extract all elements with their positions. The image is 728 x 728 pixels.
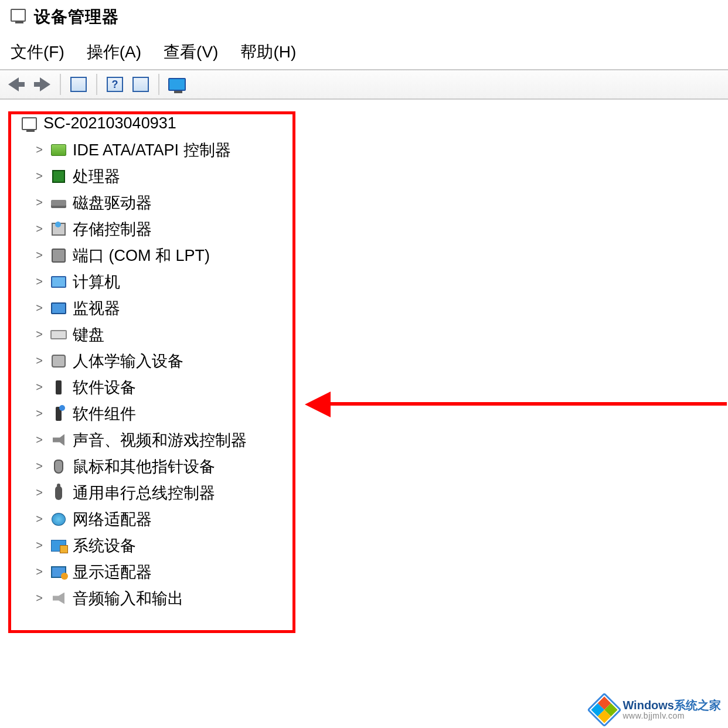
expand-icon[interactable]: > bbox=[34, 224, 45, 234]
tree-item-label: 音频输入和输出 bbox=[73, 588, 183, 609]
computer-icon bbox=[21, 117, 38, 131]
expand-icon[interactable]: > bbox=[34, 435, 45, 445]
expand-icon[interactable]: > bbox=[34, 145, 45, 155]
expand-icon[interactable]: > bbox=[34, 488, 45, 498]
expand-icon[interactable]: > bbox=[34, 461, 45, 472]
tree-item[interactable]: >显示适配器 bbox=[34, 559, 728, 585]
category-icon bbox=[50, 301, 67, 315]
tree-item[interactable]: >IDE ATA/ATAPI 控制器 bbox=[34, 137, 728, 163]
expand-icon[interactable]: > bbox=[34, 171, 45, 182]
tree-item[interactable]: >端口 (COM 和 LPT) bbox=[34, 242, 728, 268]
tree-item[interactable]: >网络适配器 bbox=[34, 506, 728, 532]
category-icon bbox=[50, 196, 67, 210]
window-title: 设备管理器 bbox=[34, 6, 119, 28]
expand-icon[interactable]: > bbox=[34, 409, 45, 419]
menu-file[interactable]: 文件(F) bbox=[11, 41, 64, 63]
tree-item-label: 显示适配器 bbox=[73, 562, 152, 583]
category-icon bbox=[50, 328, 67, 342]
tree-item[interactable]: >系统设备 bbox=[34, 532, 728, 559]
expand-icon[interactable]: > bbox=[34, 514, 45, 525]
watermark-url: www.bjjmlv.com bbox=[622, 712, 721, 720]
nav-forward-button[interactable] bbox=[30, 74, 54, 95]
tree-item[interactable]: >存储控制器 bbox=[34, 216, 728, 242]
category-icon bbox=[50, 380, 67, 394]
show-hide-tree-button[interactable] bbox=[67, 74, 90, 95]
properties-icon bbox=[132, 77, 149, 92]
category-icon bbox=[50, 539, 67, 553]
device-tree: SC-202103040931 >IDE ATA/ATAPI 控制器>处理器>磁… bbox=[0, 103, 728, 611]
toolbar-separator bbox=[96, 74, 97, 95]
scan-hardware-button[interactable] bbox=[165, 74, 189, 95]
expand-icon[interactable]: > bbox=[34, 382, 45, 393]
app-icon bbox=[11, 9, 27, 25]
category-icon bbox=[50, 512, 67, 526]
watermark: Windows系统之家 www.bjjmlv.com bbox=[592, 698, 721, 722]
tree-item-label: 人体学输入设备 bbox=[73, 351, 183, 372]
toolbar-separator bbox=[158, 74, 159, 95]
category-icon bbox=[50, 169, 67, 183]
tree-item-label: 鼠标和其他指针设备 bbox=[73, 456, 215, 477]
arrow-right-icon bbox=[40, 77, 50, 91]
category-icon bbox=[50, 433, 67, 447]
menu-action[interactable]: 操作(A) bbox=[87, 41, 141, 63]
tree-item-label: 计算机 bbox=[73, 271, 120, 292]
expand-icon[interactable]: > bbox=[34, 250, 45, 261]
expand-icon[interactable]: > bbox=[34, 593, 45, 604]
menu-help[interactable]: 帮助(H) bbox=[240, 41, 296, 63]
tree-item[interactable]: >软件设备 bbox=[34, 374, 728, 400]
tree-item-label: 处理器 bbox=[73, 166, 120, 187]
watermark-brand: Windows系统之家 bbox=[622, 699, 721, 712]
tree-item-label: 键盘 bbox=[73, 324, 104, 345]
help-button[interactable] bbox=[103, 74, 127, 95]
tree-item-label: 监视器 bbox=[73, 298, 120, 319]
category-icon bbox=[50, 591, 67, 605]
root-label: SC-202103040931 bbox=[43, 114, 176, 132]
tree-item-label: 存储控制器 bbox=[73, 219, 152, 240]
properties-button[interactable] bbox=[129, 74, 152, 95]
category-icon bbox=[50, 354, 67, 368]
toolbar-separator bbox=[60, 74, 61, 95]
tree-item-label: 通用串行总线控制器 bbox=[73, 482, 215, 504]
tree-item[interactable]: >键盘 bbox=[34, 321, 728, 348]
category-icon bbox=[50, 486, 67, 500]
tree-item-label: 声音、视频和游戏控制器 bbox=[73, 430, 247, 451]
expand-icon[interactable]: > bbox=[34, 540, 45, 551]
tree-item[interactable]: >监视器 bbox=[34, 295, 728, 321]
monitor-icon bbox=[168, 78, 186, 91]
expand-icon[interactable]: > bbox=[34, 329, 45, 340]
help-icon bbox=[107, 77, 123, 92]
category-icon bbox=[50, 275, 67, 289]
expand-icon[interactable]: > bbox=[34, 303, 45, 314]
toolbar bbox=[0, 69, 728, 100]
panel-icon bbox=[70, 77, 87, 92]
tree-item[interactable]: >计算机 bbox=[34, 268, 728, 295]
tree-item[interactable]: >磁盘驱动器 bbox=[34, 189, 728, 216]
tree-item-label: 软件组件 bbox=[73, 403, 136, 424]
expand-icon[interactable]: > bbox=[34, 277, 45, 287]
nav-back-button[interactable] bbox=[5, 74, 28, 95]
tree-item[interactable]: >人体学输入设备 bbox=[34, 348, 728, 374]
arrow-left-icon bbox=[8, 77, 19, 91]
menu-view[interactable]: 查看(V) bbox=[164, 41, 218, 63]
category-icon bbox=[50, 460, 67, 474]
tree-item[interactable]: >鼠标和其他指针设备 bbox=[34, 453, 728, 479]
category-icon bbox=[50, 249, 67, 263]
menubar: 文件(F) 操作(A) 查看(V) 帮助(H) bbox=[0, 33, 728, 69]
expand-icon[interactable]: > bbox=[34, 567, 45, 577]
content-area: SC-202103040931 >IDE ATA/ATAPI 控制器>处理器>磁… bbox=[0, 100, 728, 611]
category-icon bbox=[50, 565, 67, 579]
tree-item-label: 系统设备 bbox=[73, 535, 136, 556]
tree-item-label: 软件设备 bbox=[73, 377, 136, 398]
tree-item[interactable]: >软件组件 bbox=[34, 400, 728, 427]
tree-item[interactable]: >通用串行总线控制器 bbox=[34, 479, 728, 506]
category-icon bbox=[50, 407, 67, 421]
category-icon bbox=[50, 143, 67, 157]
tree-item[interactable]: >音频输入和输出 bbox=[34, 585, 728, 611]
tree-item[interactable]: >处理器 bbox=[34, 163, 728, 189]
tree-root[interactable]: SC-202103040931 bbox=[21, 110, 728, 137]
expand-icon[interactable]: > bbox=[34, 356, 45, 366]
tree-item[interactable]: >声音、视频和游戏控制器 bbox=[34, 427, 728, 453]
watermark-logo-icon bbox=[587, 692, 622, 727]
expand-icon[interactable]: > bbox=[34, 198, 45, 208]
tree-item-label: 磁盘驱动器 bbox=[73, 192, 152, 213]
